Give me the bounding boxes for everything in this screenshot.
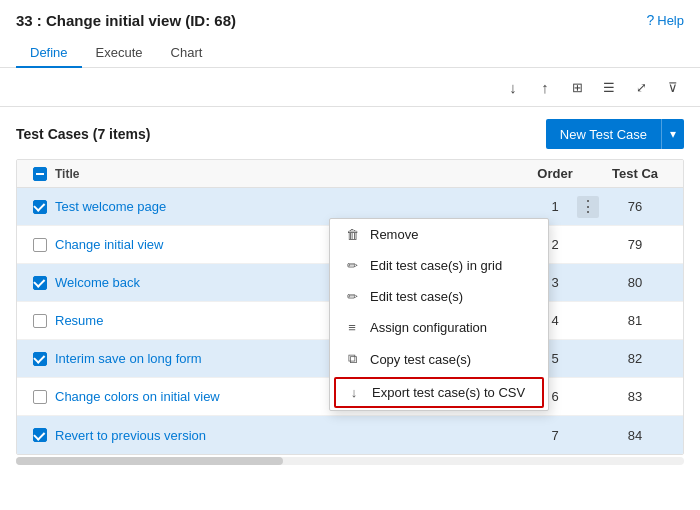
tab-bar: Define Execute Chart	[16, 39, 684, 67]
row-testca: 80	[595, 275, 675, 290]
context-menu-copy[interactable]: ⧉ Copy test case(s)	[330, 343, 548, 375]
page-title: 33 : Change initial view (ID: 68)	[16, 12, 684, 29]
row-checkbox[interactable]	[33, 238, 47, 252]
row-testca: 82	[595, 351, 675, 366]
row-checkbox[interactable]	[33, 314, 47, 328]
filter-icon[interactable]: ⊽	[662, 76, 684, 98]
context-menu-remove-label: Remove	[370, 227, 418, 242]
context-menu-edit[interactable]: ✏ Edit test case(s)	[330, 281, 548, 312]
toolbar: ↓ ↑ ⊞ ☰ ⤢ ⊽	[0, 68, 700, 107]
copy-icon: ⧉	[344, 351, 360, 367]
help-link[interactable]: ? Help	[646, 12, 684, 28]
row-checkbox[interactable]	[33, 390, 47, 404]
help-label: Help	[657, 13, 684, 28]
edit-icon: ✏	[344, 289, 360, 304]
context-menu-edit-grid[interactable]: ✏ Edit test case(s) in grid	[330, 250, 548, 281]
context-menu-export-csv[interactable]: ↓ Export test case(s) to CSV	[334, 377, 544, 408]
new-test-case-group: New Test Case ▾	[546, 119, 684, 149]
row-checkbox-col	[25, 390, 55, 404]
edit-grid-icon: ✏	[344, 258, 360, 273]
order-column-header: Order	[515, 166, 595, 181]
context-menu: 🗑 Remove ✏ Edit test case(s) in grid ✏ E…	[329, 218, 549, 411]
row-testca: 81	[595, 313, 675, 328]
tab-define[interactable]: Define	[16, 39, 82, 68]
row-checkbox-col	[25, 428, 55, 442]
page-container: 33 : Change initial view (ID: 68) ? Help…	[0, 0, 700, 477]
row-checkbox[interactable]	[33, 352, 47, 366]
context-menu-edit-label: Edit test case(s)	[370, 289, 463, 304]
row-checkbox-col	[25, 200, 55, 214]
context-menu-assign-label: Assign configuration	[370, 320, 487, 335]
grid-icon[interactable]: ⊞	[566, 76, 588, 98]
row-order: 7	[515, 428, 595, 443]
context-menu-assign[interactable]: ≡ Assign configuration	[330, 312, 548, 343]
new-test-case-caret[interactable]: ▾	[661, 119, 684, 149]
help-icon: ?	[646, 12, 654, 28]
row-checkbox[interactable]	[33, 200, 47, 214]
download-icon[interactable]: ↓	[502, 76, 524, 98]
list-icon: ≡	[344, 320, 360, 335]
new-test-case-button[interactable]: New Test Case	[546, 119, 661, 149]
row-checkbox-col	[25, 314, 55, 328]
row-testca: 84	[595, 428, 675, 443]
table-row: Revert to previous version 7 84	[17, 416, 683, 454]
tab-execute[interactable]: Execute	[82, 39, 157, 68]
table-header: Title Order Test Ca	[17, 160, 683, 188]
row-checkbox-col	[25, 276, 55, 290]
tab-chart[interactable]: Chart	[157, 39, 217, 68]
context-menu-edit-grid-label: Edit test case(s) in grid	[370, 258, 502, 273]
section-title: Test Cases (7 items)	[16, 126, 150, 142]
row-checkbox-col	[25, 238, 55, 252]
select-all-checkbox[interactable]	[33, 167, 47, 181]
section-header: Test Cases (7 items) New Test Case ▾	[16, 119, 684, 149]
row-testca: 83	[595, 389, 675, 404]
export-csv-icon: ↓	[346, 385, 362, 400]
context-menu-remove[interactable]: 🗑 Remove	[330, 219, 548, 250]
upload-icon[interactable]: ↑	[534, 76, 556, 98]
trash-icon: 🗑	[344, 227, 360, 242]
expand-icon[interactable]: ⤢	[630, 76, 652, 98]
header: 33 : Change initial view (ID: 68) ? Help…	[0, 0, 700, 68]
context-menu-export-csv-label: Export test case(s) to CSV	[372, 385, 525, 400]
row-title[interactable]: Test welcome page	[55, 199, 515, 214]
testca-column-header: Test Ca	[595, 166, 675, 181]
scrollbar-thumb[interactable]	[16, 457, 283, 465]
header-checkbox-col	[25, 167, 55, 181]
row-title[interactable]: Revert to previous version	[55, 428, 515, 443]
horizontal-scrollbar[interactable]	[16, 457, 684, 465]
row-checkbox-col	[25, 352, 55, 366]
context-menu-copy-label: Copy test case(s)	[370, 352, 471, 367]
row-testca: 79	[595, 237, 675, 252]
row-menu-trigger[interactable]: ⋮	[577, 196, 599, 218]
row-checkbox[interactable]	[33, 428, 47, 442]
columns-icon[interactable]: ☰	[598, 76, 620, 98]
row-testca: 76	[595, 199, 675, 214]
row-checkbox[interactable]	[33, 276, 47, 290]
title-column-header: Title	[55, 167, 515, 181]
